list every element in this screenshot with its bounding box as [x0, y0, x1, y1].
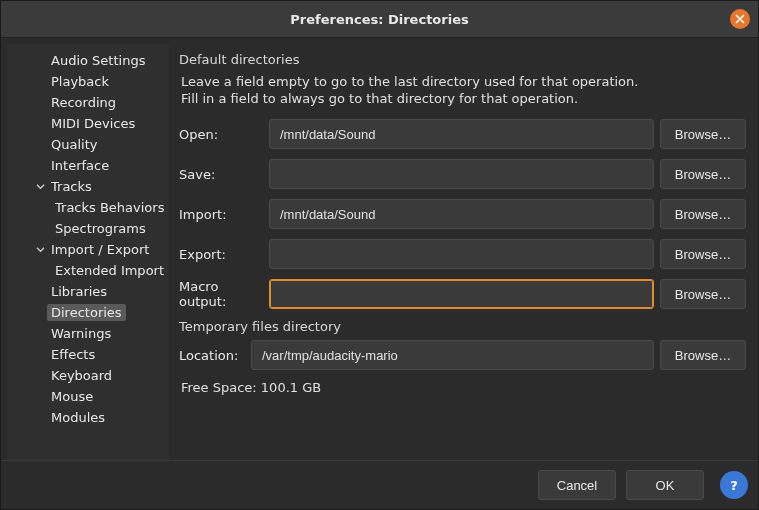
preferences-sidebar: Audio SettingsPlaybackRecordingMIDI Devi…: [7, 44, 169, 460]
sidebar-item-label: Warnings: [47, 325, 115, 342]
sidebar-item-libraries[interactable]: Libraries: [7, 281, 169, 302]
sidebar-item-extended-import[interactable]: Extended Import: [7, 260, 169, 281]
help-icon: ?: [730, 478, 738, 493]
dir-input-open[interactable]: [269, 119, 654, 149]
sidebar-item-warnings[interactable]: Warnings: [7, 323, 169, 344]
sidebar-item-label: Modules: [47, 409, 109, 426]
free-space-text: Free Space: 100.1 GB: [181, 380, 746, 395]
dir-browse-button-open[interactable]: Browse…: [660, 119, 746, 149]
dir-input-export[interactable]: [269, 239, 654, 269]
sidebar-item-label: MIDI Devices: [47, 115, 139, 132]
sidebar-item-effects[interactable]: Effects: [7, 344, 169, 365]
preferences-window: Preferences: Directories Audio SettingsP…: [0, 0, 759, 510]
sidebar-item-recording[interactable]: Recording: [7, 92, 169, 113]
sidebar-item-label: Spectrograms: [51, 220, 150, 237]
sidebar-item-label: Extended Import: [51, 262, 168, 279]
sidebar-item-mouse[interactable]: Mouse: [7, 386, 169, 407]
help-button[interactable]: ?: [720, 471, 748, 499]
sidebar-item-audio-settings[interactable]: Audio Settings: [7, 50, 169, 71]
sidebar-item-interface[interactable]: Interface: [7, 155, 169, 176]
dir-row-macro-output: Macro output:Browse…: [179, 279, 746, 309]
section-temp-title: Temporary files directory: [179, 319, 746, 334]
dir-browse-button-export[interactable]: Browse…: [660, 239, 746, 269]
temp-location-row: Location: Browse…: [179, 340, 746, 370]
chevron-down-icon[interactable]: [33, 245, 47, 254]
sidebar-item-directories[interactable]: Directories: [7, 302, 169, 323]
dir-label-save: Save:: [179, 167, 269, 182]
dir-browse-button-save[interactable]: Browse…: [660, 159, 746, 189]
dir-row-import: Import:Browse…: [179, 199, 746, 229]
sidebar-item-label: Keyboard: [47, 367, 116, 384]
dir-browse-button-import[interactable]: Browse…: [660, 199, 746, 229]
section-default-directories-title: Default directories: [179, 52, 746, 67]
cancel-button[interactable]: Cancel: [538, 470, 616, 500]
dir-label-open: Open:: [179, 127, 269, 142]
dir-label-import: Import:: [179, 207, 269, 222]
dir-row-export: Export:Browse…: [179, 239, 746, 269]
directory-rows: Open:Browse…Save:Browse…Import:Browse…Ex…: [179, 119, 746, 309]
temp-location-input[interactable]: [251, 340, 654, 370]
dir-row-save: Save:Browse…: [179, 159, 746, 189]
dir-input-macro-output[interactable]: [269, 279, 654, 309]
close-button[interactable]: [730, 9, 750, 29]
sidebar-item-label: Tracks: [47, 178, 96, 195]
titlebar: Preferences: Directories: [1, 1, 758, 38]
sidebar-item-label: Effects: [47, 346, 99, 363]
sidebar-item-label: Directories: [47, 304, 126, 321]
sidebar-item-tracks-behaviors[interactable]: Tracks Behaviors: [7, 197, 169, 218]
default-directories-hint: Leave a field empty to go to the last di…: [181, 73, 746, 107]
dialog-body: Audio SettingsPlaybackRecordingMIDI Devi…: [1, 38, 758, 460]
sidebar-item-label: Mouse: [47, 388, 97, 405]
sidebar-item-keyboard[interactable]: Keyboard: [7, 365, 169, 386]
dir-input-save[interactable]: [269, 159, 654, 189]
sidebar-item-midi-devices[interactable]: MIDI Devices: [7, 113, 169, 134]
sidebar-item-label: Recording: [47, 94, 120, 111]
sidebar-item-label: Import / Export: [47, 241, 153, 258]
ok-button[interactable]: OK: [626, 470, 704, 500]
sidebar-item-label: Interface: [47, 157, 113, 174]
sidebar-item-spectrograms[interactable]: Spectrograms: [7, 218, 169, 239]
dir-row-open: Open:Browse…: [179, 119, 746, 149]
dir-input-import[interactable]: [269, 199, 654, 229]
sidebar-item-import-export[interactable]: Import / Export: [7, 239, 169, 260]
temp-location-label: Location:: [179, 348, 251, 363]
sidebar-item-label: Quality: [47, 136, 101, 153]
dir-label-export: Export:: [179, 247, 269, 262]
sidebar-item-label: Playback: [47, 73, 113, 90]
sidebar-item-label: Tracks Behaviors: [51, 199, 168, 216]
sidebar-item-modules[interactable]: Modules: [7, 407, 169, 428]
dialog-footer: Cancel OK ?: [1, 460, 758, 509]
close-icon: [735, 13, 745, 26]
sidebar-item-playback[interactable]: Playback: [7, 71, 169, 92]
window-title: Preferences: Directories: [290, 12, 468, 27]
dir-browse-button-macro-output[interactable]: Browse…: [660, 279, 746, 309]
chevron-down-icon[interactable]: [33, 182, 47, 191]
dir-label-macro-output: Macro output:: [179, 279, 269, 309]
sidebar-item-label: Libraries: [47, 283, 111, 300]
sidebar-item-tracks[interactable]: Tracks: [7, 176, 169, 197]
preferences-content: Default directories Leave a field empty …: [169, 44, 752, 460]
temp-location-browse-button[interactable]: Browse…: [660, 340, 746, 370]
sidebar-item-label: Audio Settings: [47, 52, 149, 69]
sidebar-item-quality[interactable]: Quality: [7, 134, 169, 155]
